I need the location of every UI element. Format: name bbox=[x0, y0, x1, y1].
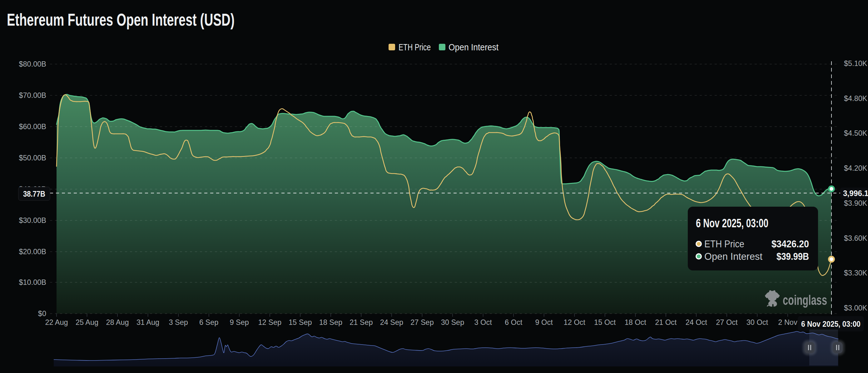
svg-text:$4.80K: $4.80K bbox=[844, 94, 867, 103]
svg-text:Ethereum Futures Open Interest: Ethereum Futures Open Interest (USD) bbox=[7, 10, 235, 29]
svg-text:18 Oct: 18 Oct bbox=[625, 318, 647, 326]
svg-text:$3426.20: $3426.20 bbox=[772, 238, 809, 250]
svg-text:3 Sep: 3 Sep bbox=[169, 318, 188, 326]
svg-text:ETH Price: ETH Price bbox=[704, 238, 744, 250]
svg-text:$30.00B: $30.00B bbox=[19, 217, 46, 225]
svg-text:Open Interest: Open Interest bbox=[704, 251, 763, 262]
svg-text:coinglass: coinglass bbox=[783, 292, 827, 308]
svg-text:9 Oct: 9 Oct bbox=[535, 318, 553, 326]
svg-text:$70.00B: $70.00B bbox=[19, 91, 46, 99]
svg-text:Open Interest: Open Interest bbox=[448, 42, 498, 52]
svg-text:30 Sep: 30 Sep bbox=[441, 318, 464, 326]
svg-text:3 Oct: 3 Oct bbox=[474, 318, 492, 326]
svg-text:$0: $0 bbox=[38, 310, 46, 318]
svg-text:15 Sep: 15 Sep bbox=[289, 318, 312, 326]
svg-text:$39.99B: $39.99B bbox=[776, 251, 809, 262]
svg-text:2 Nov: 2 Nov bbox=[778, 318, 798, 326]
svg-text:6 Oct: 6 Oct bbox=[505, 318, 523, 326]
svg-text:24 Sep: 24 Sep bbox=[380, 318, 403, 326]
svg-text:$20.00B: $20.00B bbox=[19, 248, 46, 256]
svg-text:ETH Price: ETH Price bbox=[399, 42, 431, 52]
svg-text:$3.30K: $3.30K bbox=[844, 269, 867, 277]
svg-text:$3.90K: $3.90K bbox=[844, 199, 867, 207]
svg-text:38.77B: 38.77B bbox=[23, 189, 45, 199]
svg-text:$3.60K: $3.60K bbox=[844, 234, 867, 242]
svg-text:22 Aug: 22 Aug bbox=[45, 318, 68, 326]
svg-text:25 Aug: 25 Aug bbox=[75, 318, 98, 326]
svg-text:6 Nov 2025, 03:00: 6 Nov 2025, 03:00 bbox=[801, 319, 861, 328]
svg-text:9 Sep: 9 Sep bbox=[229, 318, 249, 326]
svg-text:$80.00B: $80.00B bbox=[19, 60, 46, 68]
svg-text:21 Oct: 21 Oct bbox=[655, 318, 677, 326]
svg-text:18 Sep: 18 Sep bbox=[319, 318, 342, 326]
svg-text:15 Oct: 15 Oct bbox=[594, 318, 616, 326]
svg-text:24 Oct: 24 Oct bbox=[686, 318, 708, 326]
svg-text:27 Oct: 27 Oct bbox=[716, 318, 738, 326]
svg-text:27 Sep: 27 Sep bbox=[410, 318, 434, 326]
svg-text:21 Sep: 21 Sep bbox=[349, 318, 373, 326]
svg-text:$4.20K: $4.20K bbox=[844, 164, 867, 172]
svg-text:6 Nov 2025, 03:00: 6 Nov 2025, 03:00 bbox=[696, 217, 768, 230]
svg-text:$4.50K: $4.50K bbox=[844, 129, 867, 137]
svg-text:$10.00B: $10.00B bbox=[19, 278, 46, 286]
svg-text:$3.00K: $3.00K bbox=[844, 304, 867, 312]
svg-text:6 Sep: 6 Sep bbox=[199, 318, 218, 326]
svg-text:12 Sep: 12 Sep bbox=[258, 318, 281, 326]
svg-text:$50.00B: $50.00B bbox=[19, 154, 46, 162]
svg-text:31 Aug: 31 Aug bbox=[136, 318, 159, 326]
svg-text:28 Aug: 28 Aug bbox=[106, 318, 129, 326]
svg-text:$5.10K: $5.10K bbox=[844, 59, 867, 67]
svg-text:12 Oct: 12 Oct bbox=[564, 318, 586, 326]
svg-text:3,996.19: 3,996.19 bbox=[843, 189, 868, 198]
svg-text:30 Oct: 30 Oct bbox=[746, 318, 768, 326]
svg-text:$60.00B: $60.00B bbox=[19, 122, 46, 131]
